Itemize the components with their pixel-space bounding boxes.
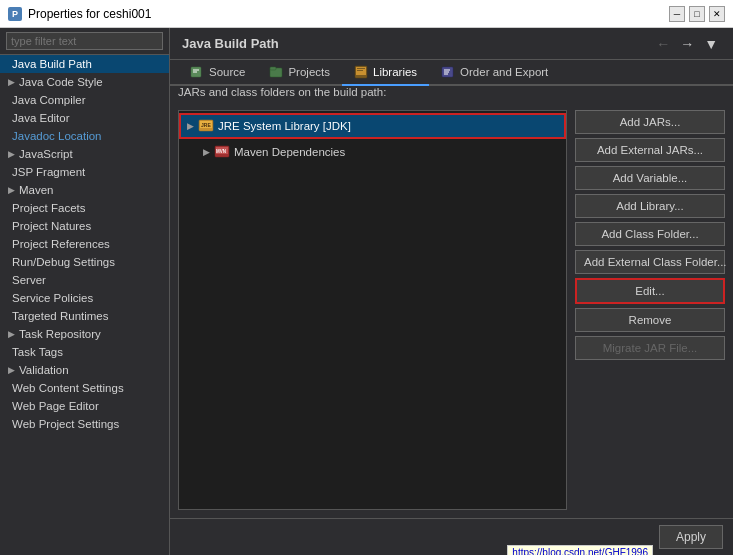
add-jars-button[interactable]: Add JARs...	[575, 110, 725, 134]
sidebar-item-project-natures[interactable]: Project Natures	[0, 217, 169, 235]
svg-rect-4	[270, 67, 276, 70]
sidebar-item-java-code-style[interactable]: ▶ Java Code Style	[0, 73, 169, 91]
expand-arrow: ▶	[8, 77, 15, 87]
nav-arrows: ← → ▼	[653, 36, 721, 52]
window-controls[interactable]: ─ □ ✕	[669, 6, 725, 22]
sidebar-item-maven[interactable]: ▶ Maven	[0, 181, 169, 199]
sidebar-item-jsp-fragment[interactable]: JSP Fragment	[0, 163, 169, 181]
expand-arrow: ▶	[8, 365, 15, 375]
sidebar-item-service-policies[interactable]: Service Policies	[0, 289, 169, 307]
forward-arrow-button[interactable]: →	[677, 36, 697, 52]
tree-item-jre-system[interactable]: ▶ JRE JRE System Library [JDK]	[179, 113, 566, 139]
maven-deps-label: Maven Dependencies	[234, 146, 345, 158]
svg-text:MVN: MVN	[216, 149, 226, 154]
title-bar-left: P Properties for ceshi001	[8, 7, 151, 21]
tab-projects[interactable]: Projects	[257, 60, 342, 86]
projects-tab-icon	[269, 65, 283, 79]
main-container: Java Build Path ▶ Java Code Style Java C…	[0, 28, 733, 555]
minimize-button[interactable]: ─	[669, 6, 685, 22]
sidebar-item-run-debug-settings[interactable]: Run/Debug Settings	[0, 253, 169, 271]
buttons-panel: Add JARs... Add External JARs... Add Var…	[575, 110, 725, 510]
tab-libraries[interactable]: Libraries	[342, 60, 429, 86]
sidebar-filter-area	[0, 28, 169, 55]
sidebar: Java Build Path ▶ Java Code Style Java C…	[0, 28, 170, 555]
dropdown-arrow-button[interactable]: ▼	[701, 36, 721, 52]
content-title: Java Build Path	[182, 36, 279, 51]
tab-order-export[interactable]: Order and Export	[429, 60, 560, 86]
close-button[interactable]: ✕	[709, 6, 725, 22]
maximize-button[interactable]: □	[689, 6, 705, 22]
app-icon: P	[8, 7, 22, 21]
tree-panel: ▶ JRE JRE System Library [JDK]	[178, 110, 567, 510]
sidebar-item-web-project-settings[interactable]: Web Project Settings	[0, 415, 169, 433]
svg-rect-8	[357, 70, 363, 71]
maven-icon: MVN	[214, 144, 230, 160]
sidebar-item-validation[interactable]: ▶ Validation	[0, 361, 169, 379]
sidebar-item-java-editor[interactable]: Java Editor	[0, 109, 169, 127]
back-arrow-button[interactable]: ←	[653, 36, 673, 52]
sidebar-item-task-repository[interactable]: ▶ Task Repository	[0, 325, 169, 343]
build-path-content: ▶ JRE JRE System Library [JDK]	[170, 102, 733, 518]
window-title: Properties for ceshi001	[28, 7, 151, 21]
svg-text:JRE: JRE	[201, 122, 211, 128]
sidebar-item-web-content-settings[interactable]: Web Content Settings	[0, 379, 169, 397]
sidebar-item-server[interactable]: Server	[0, 271, 169, 289]
svg-rect-7	[357, 68, 365, 69]
sidebar-item-web-page-editor[interactable]: Web Page Editor	[0, 397, 169, 415]
tree-container: ▶ JRE JRE System Library [JDK]	[178, 110, 567, 510]
remove-button[interactable]: Remove	[575, 308, 725, 332]
source-tab-icon	[190, 65, 204, 79]
order-export-tab-icon	[441, 65, 455, 79]
edit-button[interactable]: Edit...	[575, 278, 725, 304]
url-tooltip: https://blog.csdn.net/GHF1996	[507, 545, 653, 555]
content-header: Java Build Path ← → ▼	[170, 28, 733, 60]
expand-arrow: ▶	[8, 185, 15, 195]
tabs-bar: Source Projects Libraries	[170, 60, 733, 86]
migrate-jar-button[interactable]: Migrate JAR File...	[575, 336, 725, 360]
sidebar-item-java-compiler[interactable]: Java Compiler	[0, 91, 169, 109]
filter-input[interactable]	[6, 32, 163, 50]
tree-item-maven-deps[interactable]: ▶ MVN Maven Dependencies	[179, 141, 566, 163]
expand-arrow: ▶	[8, 329, 15, 339]
add-external-class-folder-button[interactable]: Add External Class Folder...	[575, 250, 725, 274]
sidebar-item-task-tags[interactable]: Task Tags	[0, 343, 169, 361]
add-library-button[interactable]: Add Library...	[575, 194, 725, 218]
libraries-tab-icon	[354, 65, 368, 79]
sidebar-item-project-references[interactable]: Project References	[0, 235, 169, 253]
tab-source[interactable]: Source	[178, 60, 257, 86]
content-area: Java Build Path ← → ▼ Source	[170, 28, 733, 555]
sidebar-item-project-facets[interactable]: Project Facets	[0, 199, 169, 217]
add-class-folder-button[interactable]: Add Class Folder...	[575, 222, 725, 246]
sidebar-item-javadoc-location[interactable]: Javadoc Location	[0, 127, 169, 145]
maven-expand-arrow: ▶	[203, 147, 210, 157]
add-external-jars-button[interactable]: Add External JARs...	[575, 138, 725, 162]
title-bar: P Properties for ceshi001 ─ □ ✕	[0, 0, 733, 28]
jre-system-label: JRE System Library [JDK]	[218, 120, 351, 132]
apply-button[interactable]: Apply	[659, 525, 723, 549]
jre-icon: JRE	[198, 118, 214, 134]
sidebar-item-javascript[interactable]: ▶ JavaScript	[0, 145, 169, 163]
expand-arrow: ▶	[8, 149, 15, 159]
jars-label: JARs and class folders on the build path…	[170, 86, 733, 102]
sidebar-item-targeted-runtimes[interactable]: Targeted Runtimes	[0, 307, 169, 325]
sidebar-list: Java Build Path ▶ Java Code Style Java C…	[0, 55, 169, 555]
jre-expand-arrow: ▶	[187, 121, 194, 131]
sidebar-item-java-build-path[interactable]: Java Build Path	[0, 55, 169, 73]
add-variable-button[interactable]: Add Variable...	[575, 166, 725, 190]
